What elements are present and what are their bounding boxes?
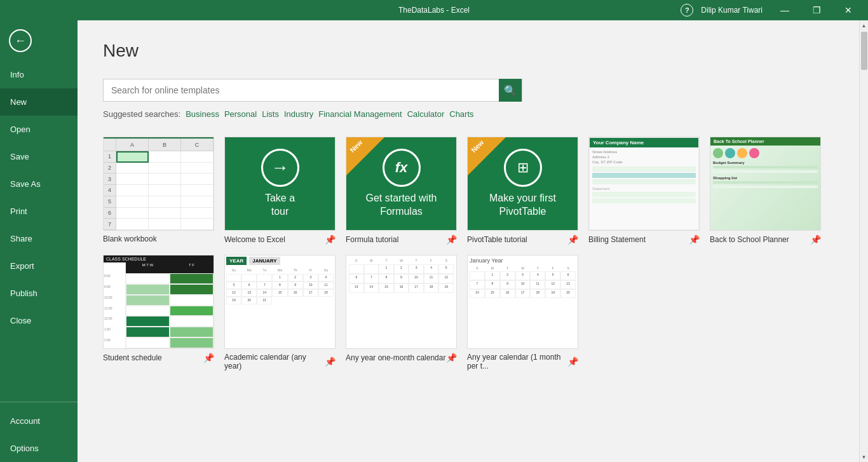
close-button[interactable]: ✕: [834, 0, 863, 20]
blank-workbook-thumb: A B C 1 2 3 4: [103, 137, 214, 231]
search-input[interactable]: [104, 85, 499, 95]
pin-icon-billing[interactable]: 📌: [689, 234, 700, 245]
tag-business[interactable]: Business: [186, 109, 219, 119]
window-title: TheDataLabs - Excel: [398, 6, 470, 15]
sidebar-item-close[interactable]: Close: [0, 307, 78, 334]
tag-personal[interactable]: Personal: [224, 109, 257, 119]
template-card-billing[interactable]: Your Company Name Street Address Address…: [588, 137, 700, 245]
new-badge: New: [346, 137, 384, 175]
template-name-pivot: PivotTable tutorial 📌: [467, 234, 578, 245]
template-card-formula[interactable]: New fx Get started withFormulas Formula …: [346, 137, 457, 245]
template-card-planner[interactable]: Back To School Planner Budget Summary: [710, 137, 821, 245]
template-card-welcome[interactable]: → Take atour Welcome to Excel 📌: [224, 137, 336, 245]
suggested-label: Suggested searches:: [103, 109, 180, 119]
tag-calculator[interactable]: Calculator: [407, 109, 445, 119]
tag-industry[interactable]: Industry: [284, 109, 313, 119]
pin-icon[interactable]: 📌: [325, 234, 336, 245]
sidebar-item-save-as[interactable]: Save As: [0, 170, 78, 198]
sidebar-item-print[interactable]: Print: [0, 198, 78, 225]
pin-icon-pivot[interactable]: 📌: [567, 234, 578, 245]
pin-icon-academic-cal[interactable]: 📌: [325, 357, 336, 367]
app-body: ← Info New Open Save Save As Print Share…: [0, 20, 868, 462]
scroll-thumb[interactable]: [861, 32, 867, 70]
template-name-jan-cal: Any year calendar (1 month per t... 📌: [467, 353, 578, 370]
scroll-up-arrow[interactable]: ▲: [860, 20, 869, 31]
tag-financial-management[interactable]: Financial Management: [318, 109, 402, 119]
template-card-pivot[interactable]: New ⊞ Make your firstPivotTable PivotTab…: [467, 137, 578, 245]
sidebar-item-share[interactable]: Share: [0, 225, 78, 252]
scrollbar[interactable]: ▲ ▼: [859, 20, 868, 462]
template-name-formula: Formula tutorial 📌: [346, 234, 457, 245]
template-name-any-year-cal: Any year one-month calendar 📌: [346, 353, 457, 363]
main-content: New 🔍 Suggested searches: Business Perso…: [78, 20, 859, 462]
scroll-down-arrow[interactable]: ▼: [860, 452, 869, 462]
template-card-blank[interactable]: A B C 1 2 3 4: [103, 137, 214, 245]
sidebar-item-new[interactable]: New: [0, 88, 78, 116]
suggested-searches: Suggested searches: Business Personal Li…: [103, 109, 834, 119]
page-title: New: [103, 41, 834, 61]
sidebar-item-open[interactable]: Open: [0, 116, 78, 143]
pivot-tutorial-thumb: New ⊞ Make your firstPivotTable: [467, 137, 578, 231]
template-name-billing: Billing Statement 📌: [588, 234, 700, 245]
formula-icon-circle: fx: [383, 149, 421, 187]
billing-statement-thumb: Your Company Name Street Address Address…: [588, 137, 700, 231]
arrow-icon-circle: →: [261, 149, 299, 187]
restore-button[interactable]: ❐: [802, 0, 831, 20]
planner-thumb: Back To School Planner Budget Summary: [710, 137, 821, 231]
user-name: Dilip Kumar Tiwari: [701, 6, 763, 15]
sidebar-divider: [0, 402, 78, 402]
excel-grid-preview: A B C 1 2 3 4: [104, 137, 214, 230]
sidebar-item-export[interactable]: Export: [0, 252, 78, 280]
titlebar: TheDataLabs - Excel ? Dilip Kumar Tiwari…: [0, 0, 868, 20]
academic-calendar-thumb: YEAR JANUARY Su Mo Tu We Th Fr Sa: [224, 255, 336, 349]
pin-icon-planner[interactable]: 📌: [810, 234, 821, 245]
back-button[interactable]: ←: [5, 25, 36, 56]
search-icon: 🔍: [504, 85, 517, 97]
formula-tutorial-thumb: New fx Get started withFormulas: [346, 137, 457, 231]
pin-icon-any-year-cal[interactable]: 📌: [446, 353, 457, 363]
template-name-planner: Back to School Planner 📌: [710, 234, 821, 245]
back-circle-icon: ←: [9, 29, 32, 52]
sidebar-item-account[interactable]: Account: [0, 407, 78, 435]
template-name-schedule: Student schedule 📌: [103, 353, 214, 363]
sidebar-item-save[interactable]: Save: [0, 143, 78, 170]
pin-icon-jan-cal[interactable]: 📌: [567, 357, 578, 367]
pin-icon-formula[interactable]: 📌: [446, 234, 457, 245]
window-controls: — ❐ ✕: [770, 0, 863, 20]
template-name-welcome: Welcome to Excel 📌: [224, 234, 336, 245]
sidebar-item-publish[interactable]: Publish: [0, 280, 78, 307]
pin-icon-schedule[interactable]: 📌: [203, 353, 214, 363]
sidebar-item-info[interactable]: Info: [0, 61, 78, 88]
any-year-calendar-thumb: S M T W T F S 1 2: [346, 255, 457, 349]
tag-charts[interactable]: Charts: [449, 109, 473, 119]
template-name-academic-cal: Academic calendar (any year) 📌: [224, 353, 336, 370]
pivot-icon-circle: ⊞: [504, 149, 542, 187]
sidebar-bottom: Account Options: [0, 397, 78, 462]
template-card-jan-cal[interactable]: January Year S M T W T F S 1: [467, 255, 578, 370]
jan-calendar-thumb: January Year S M T W T F S 1: [467, 255, 578, 349]
template-name-blank: Blank workbook: [103, 234, 214, 243]
sidebar-item-options[interactable]: Options: [0, 435, 78, 462]
template-card-schedule[interactable]: CLASS SCHEDULE M T W T F 8:00 9:00 10:00: [103, 255, 214, 370]
search-bar: 🔍: [103, 79, 522, 102]
templates-grid: A B C 1 2 3 4: [103, 137, 834, 370]
search-button[interactable]: 🔍: [499, 79, 522, 102]
welcome-excel-thumb: → Take atour: [224, 137, 336, 231]
schedule-thumb: CLASS SCHEDULE M T W T F 8:00 9:00 10:00: [103, 255, 214, 349]
template-card-academic-cal[interactable]: YEAR JANUARY Su Mo Tu We Th Fr Sa: [224, 255, 336, 370]
sidebar: ← Info New Open Save Save As Print Share…: [0, 20, 78, 462]
new-badge-pivot: New: [468, 137, 506, 175]
tag-lists[interactable]: Lists: [262, 109, 279, 119]
template-card-any-year-cal[interactable]: S M T W T F S 1 2: [346, 255, 457, 370]
help-icon[interactable]: ?: [681, 4, 693, 17]
minimize-button[interactable]: —: [770, 0, 799, 20]
